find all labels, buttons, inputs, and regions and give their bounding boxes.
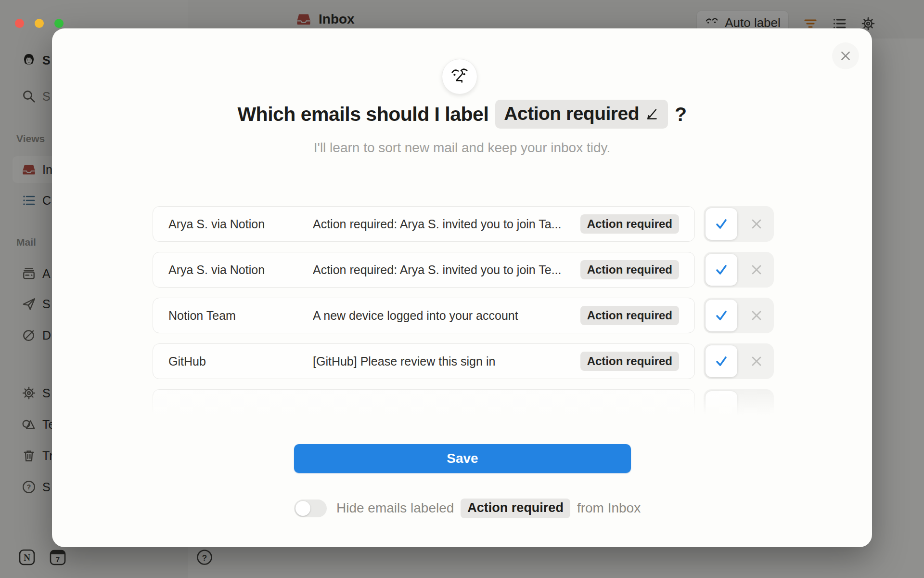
hide-emails-toggle-row: Hide emails labeled Action required from… [294,499,641,518]
accept-label-button[interactable] [706,345,737,377]
email-subject: Action required: Arya S. invited you to … [313,263,580,277]
list-fade-mask [52,387,872,435]
auto-label-mascot-icon [442,59,477,94]
label-name-chip[interactable]: Action required [495,100,668,129]
email-row: GitHub [GitHub] Please review this sign … [153,343,695,379]
email-label-chip: Action required [580,214,679,234]
reject-label-button[interactable] [739,343,774,379]
email-sender: Notion Team [168,309,313,323]
email-row: Arya S. via Notion Action required: Arya… [153,252,695,288]
title-prefix: Which emails should I label [237,103,488,126]
close-icon [839,50,852,62]
email-sender: GitHub [168,355,313,368]
reject-label-button[interactable] [739,298,774,333]
email-sender: Arya S. via Notion [168,263,313,277]
close-window-button[interactable] [15,19,24,28]
modal-subtitle: I'll learn to sort new mail and keep you… [52,140,872,156]
label-vote-control [704,206,774,242]
reject-label-button[interactable] [739,206,774,242]
accept-label-button[interactable] [706,208,737,240]
email-subject: A new device logged into your account [313,309,580,323]
modal-close-button[interactable] [832,42,859,69]
email-sender: Arya S. via Notion [168,217,313,231]
toggle-knob [295,501,310,516]
email-label-chip: Action required [580,260,679,279]
email-row: Arya S. via Notion Action required: Arya… [153,206,695,242]
reject-label-button[interactable] [739,252,774,288]
email-label-chip: Action required [580,352,679,371]
email-subject: [GitHub] Please review this sign in [313,355,580,368]
auto-label-modal: Which emails should I label Action requi… [52,28,872,547]
save-button[interactable]: Save [294,444,631,473]
toggle-text-before: Hide emails labeled [336,500,454,516]
zoom-window-button[interactable] [54,19,64,28]
modal-title: Which emails should I label Action requi… [52,100,872,129]
email-label-chip: Action required [580,306,679,325]
email-subject: Action required: Arya S. invited you to … [313,217,580,231]
toggle-text-after: from Inbox [577,500,641,516]
hide-emails-toggle[interactable] [294,499,327,517]
edit-pencil-icon [645,106,659,121]
label-vote-control [704,298,774,333]
toggle-label-chip: Action required [461,499,570,518]
label-vote-control [704,252,774,288]
label-vote-control [704,343,774,379]
app-window: Inbox Auto label S S Views In [0,0,924,578]
minimize-window-button[interactable] [35,19,44,28]
title-suffix: ? [675,103,687,126]
accept-label-button[interactable] [706,300,737,331]
email-row: Notion Team A new device logged into you… [153,298,695,333]
accept-label-button[interactable] [706,254,737,286]
